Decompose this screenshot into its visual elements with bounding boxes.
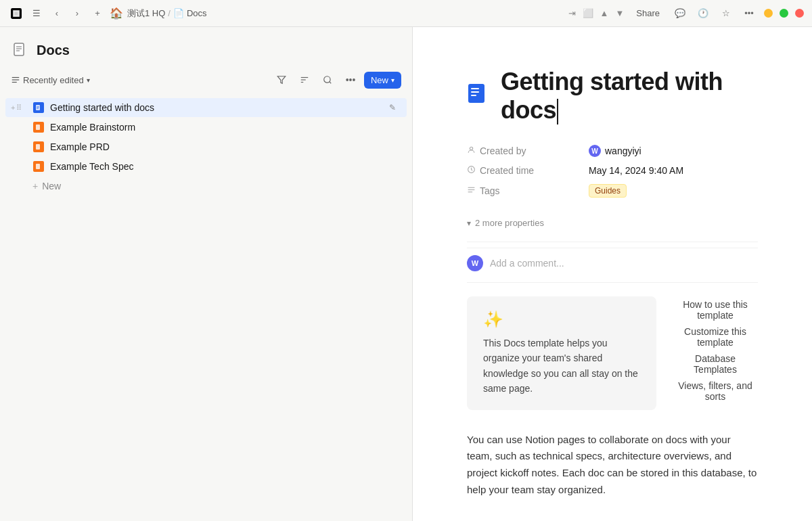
chevron-down-icon: ▾: [467, 219, 471, 228]
add-new-row[interactable]: + New: [5, 177, 407, 196]
more-props[interactable]: ▾ 2 more properties: [467, 215, 758, 236]
page-title: Getting started with docs: [501, 68, 758, 124]
new-button[interactable]: New ▾: [364, 72, 401, 89]
sidebar-toggle-btn[interactable]: ☰: [28, 5, 45, 22]
sidebar-toolbar: Recently edited ▾ ••• New: [0, 68, 412, 95]
sidebar-header: Docs: [0, 27, 412, 68]
share-label: Share: [636, 8, 660, 18]
breadcrumb-docs[interactable]: Docs: [187, 8, 207, 18]
list-item-icon: [32, 101, 45, 114]
layout-icon: ⬜: [583, 8, 593, 18]
svg-rect-19: [36, 164, 40, 169]
template-link-2[interactable]: Database Templates: [673, 353, 758, 375]
divider: [467, 242, 758, 242]
more-options-btn[interactable]: •••: [341, 70, 360, 89]
expand-icon: ⇥: [568, 8, 576, 18]
doc-icon-blue: [33, 102, 44, 113]
created-by-value: wangyiyi: [605, 145, 641, 156]
breadcrumb-workspace[interactable]: 测试1 HQ: [127, 7, 165, 20]
back-btn[interactable]: ‹: [49, 5, 65, 22]
clock-icon: [467, 165, 476, 176]
list-item[interactable]: Example Brainstorm: [5, 118, 407, 137]
window-close[interactable]: [795, 9, 804, 18]
window-minimize[interactable]: [764, 9, 773, 18]
recently-edited-text: Recently edited: [23, 75, 84, 85]
favorite-btn[interactable]: ☆: [718, 5, 734, 22]
page-title-row: Getting started with docs: [467, 68, 758, 124]
item-hover-icons: + ⠿: [11, 104, 22, 112]
titlebar-right: ⇥ ⬜ ▲ ▼ Share 💬 🕐 ☆ •••: [568, 5, 804, 22]
titlebar: ☰ ‹ › + 🏠 测试1 HQ / 📄 Docs ⇥ ⬜ ▲ ▼ Share …: [0, 0, 812, 27]
breadcrumb-separator: /: [168, 8, 171, 18]
edit-icon[interactable]: ✎: [389, 103, 396, 112]
chevron-down-icon: ▾: [87, 76, 90, 84]
template-links: How to use this template Customize this …: [673, 296, 758, 402]
body-text: You can use Notion pages to collaborate …: [467, 432, 758, 499]
prop-value-tags: Guides: [589, 184, 627, 198]
svg-rect-18: [36, 144, 40, 150]
prop-label-created-by: Created by: [467, 145, 589, 156]
new-button-label: New: [371, 75, 388, 85]
comment-row[interactable]: W Add a comment...: [467, 248, 758, 283]
list-item-icon: [32, 141, 45, 153]
sidebar-list: + ⠿ Getting started with docs ✎: [0, 95, 412, 521]
forward-btn[interactable]: ›: [69, 5, 85, 22]
add-icon: +: [32, 181, 38, 191]
cursor: [557, 99, 558, 124]
person-icon: [467, 145, 476, 156]
prop-value-created-by: W wangyiyi: [589, 145, 641, 157]
template-link-1[interactable]: Customize this template: [673, 326, 758, 348]
list-item[interactable]: Example Tech Spec: [5, 157, 407, 176]
main-layout: Docs Recently edited ▾: [0, 27, 812, 521]
template-link-0[interactable]: How to use this template: [673, 299, 758, 321]
comment-btn[interactable]: 💬: [672, 5, 688, 22]
svg-line-13: [330, 82, 332, 84]
comment-avatar: W: [467, 255, 483, 271]
properties-table: Created by W wangyiyi Created: [467, 141, 758, 202]
svg-marker-8: [277, 76, 286, 84]
template-card-text: This Docs template helps you organize yo…: [483, 336, 640, 397]
tags-label: Tags: [480, 185, 500, 196]
new-dropdown-icon: ▾: [391, 76, 394, 84]
sparkle-icon: ✨: [483, 310, 640, 329]
up-icon: ▲: [600, 8, 609, 18]
filter-btn[interactable]: [272, 70, 291, 89]
doc-icon-orange: [33, 161, 44, 172]
add-page-btn[interactable]: +: [89, 5, 106, 22]
prop-label-created-time: Created time: [467, 165, 589, 176]
tag-badge[interactable]: Guides: [589, 184, 627, 198]
search-btn[interactable]: [318, 70, 337, 89]
created-time-label: Created time: [480, 165, 534, 176]
list-item[interactable]: + ⠿ Getting started with docs ✎: [5, 98, 407, 117]
recently-edited-label[interactable]: Recently edited ▾: [11, 75, 90, 85]
more-btn[interactable]: •••: [741, 5, 757, 22]
share-button[interactable]: Share: [631, 5, 665, 21]
template-card-row: ✨ This Docs template helps you organize …: [467, 296, 758, 410]
docs-icon: [11, 41, 30, 60]
content-area: Getting started with docs Created by: [413, 27, 812, 521]
tag-icon: [467, 185, 476, 196]
sidebar: Docs Recently edited ▾: [0, 27, 413, 521]
sort-btn[interactable]: [295, 70, 314, 89]
list-item[interactable]: Example PRD: [5, 137, 407, 156]
window-maximize[interactable]: [780, 9, 788, 18]
prop-row-tags: Tags Guides: [467, 180, 758, 202]
svg-rect-22: [471, 91, 479, 93]
template-link-3[interactable]: Views, filters, and sorts: [673, 380, 758, 402]
prop-row-created-by: Created by W wangyiyi: [467, 141, 758, 161]
comment-placeholder: Add a comment...: [490, 258, 564, 269]
prop-value-created-time: May 14, 2024 9:40 AM: [589, 165, 683, 176]
list-item-label: Getting started with docs: [50, 102, 384, 113]
down-icon: ▼: [615, 8, 624, 18]
svg-rect-20: [468, 84, 484, 103]
titlebar-left: ☰ ‹ › + 🏠 测试1 HQ / 📄 Docs: [8, 5, 564, 22]
svg-rect-14: [36, 105, 40, 110]
history-btn[interactable]: 🕐: [695, 5, 711, 22]
notion-icon-btn[interactable]: [8, 5, 24, 22]
created-time-value: May 14, 2024 9:40 AM: [589, 165, 683, 176]
user-avatar: W: [589, 145, 601, 157]
created-by-label: Created by: [480, 145, 526, 156]
list-item-label: Example PRD: [50, 141, 396, 152]
breadcrumb-docs-icon: 📄: [173, 8, 184, 18]
prop-label-tags: Tags: [467, 185, 589, 196]
